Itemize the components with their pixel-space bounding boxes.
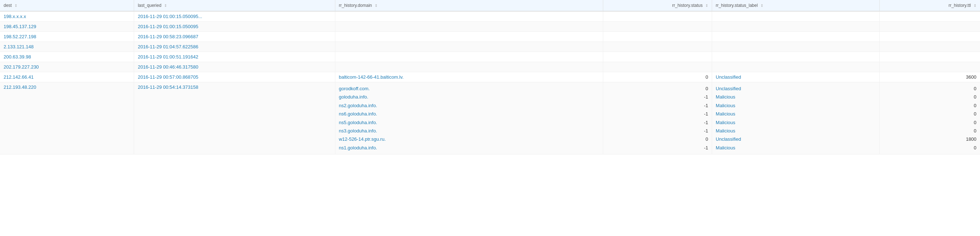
table-row: 200.63.39.98 2016-11-29 01:00:51.191642	[0, 52, 980, 62]
cell-status-label	[712, 22, 880, 32]
cell-domain	[335, 52, 603, 62]
cell-status	[603, 52, 712, 62]
status-entry: -1	[607, 144, 708, 152]
cell-ttl: 00000018000	[880, 82, 980, 155]
status-label-entry: Malicious	[716, 127, 876, 135]
cell-domain	[335, 42, 603, 52]
cell-dest[interactable]: 198.x.x.x.x	[0, 11, 134, 22]
cell-status-label: UnclassifiedMaliciousMaliciousMaliciousM…	[712, 82, 880, 155]
domain-entry: gorodkoff.com.	[339, 85, 599, 93]
cell-status-label	[712, 52, 880, 62]
table-row: 212.193.48.220 2016-11-29 00:54:14.37315…	[0, 82, 980, 155]
cell-status	[603, 11, 712, 22]
ttl-entry: 0	[883, 118, 977, 127]
cell-status	[603, 42, 712, 52]
cell-status-label: Unclassified	[712, 72, 880, 82]
status-label-entry: Malicious	[716, 110, 876, 118]
status-entry: -1	[607, 127, 708, 135]
cell-last-queried: 2016-11-29 00:58:23.096687	[134, 32, 335, 42]
cell-domain	[335, 32, 603, 42]
domain-entry: ns6.goloduha.info.	[339, 110, 599, 118]
cell-dest[interactable]: 2.133.121.148	[0, 42, 134, 52]
ttl-entry: 1800	[883, 135, 977, 143]
cell-ttl	[880, 32, 980, 42]
cell-last-queried: 2016-11-29 01:00:51.191642	[134, 52, 335, 62]
table-row: 198.x.x.x.x 2016-11-29 01:00:15.050095..…	[0, 11, 980, 22]
ttl-entry: 0	[883, 101, 977, 110]
ttl-entry: 0	[883, 110, 977, 118]
sort-arrow-dest: ⇕	[14, 3, 17, 8]
status-entry: 0	[607, 85, 708, 93]
table-row: 198.52.227.198 2016-11-29 00:58:23.09668…	[0, 32, 980, 42]
status-label-entry: Malicious	[716, 118, 876, 127]
cell-dest[interactable]: 198.52.227.198	[0, 32, 134, 42]
cell-ttl	[880, 22, 980, 32]
table-row: 2.133.121.148 2016-11-29 01:04:57.622586	[0, 42, 980, 52]
cell-status: 0-1-1-1-1-10-1	[603, 82, 712, 155]
cell-status	[603, 62, 712, 72]
table-row: 212.142.66.41 2016-11-29 00:57:00.868705…	[0, 72, 980, 82]
domain-entry: ns1.goloduha.info.	[339, 144, 599, 152]
cell-last-queried: 2016-11-29 00:57:00.868705	[134, 72, 335, 82]
cell-dest[interactable]: 212.193.48.220	[0, 82, 134, 155]
status-label-entry: Unclassified	[716, 135, 876, 143]
ttl-entry: 0	[883, 127, 977, 135]
ttl-entry: 0	[883, 93, 977, 101]
cell-status-label	[712, 42, 880, 52]
ttl-entry: 0	[883, 85, 977, 93]
cell-domain: balticom-142-66-41.balticom.lv.	[335, 72, 603, 82]
col-header-domain[interactable]: rr_history.domain ⇕	[335, 0, 603, 11]
main-table-container: dest ⇕ last_queried ⇕ rr_history.domain …	[0, 0, 980, 155]
cell-dest[interactable]: 202.179.227.230	[0, 62, 134, 72]
table-row: 202.179.227.230 2016-11-29 00:46:46.3175…	[0, 62, 980, 72]
cell-last-queried: 2016-11-29 01:04:57.622586	[134, 42, 335, 52]
cell-ttl	[880, 62, 980, 72]
col-header-dest[interactable]: dest ⇕	[0, 0, 134, 11]
sort-arrow-status: ⇕	[705, 3, 708, 8]
sort-arrow-ttl: ⇕	[974, 3, 977, 8]
cell-dest[interactable]: 198.45.137.129	[0, 22, 134, 32]
cell-status-label	[712, 32, 880, 42]
col-header-last-queried[interactable]: last_queried ⇕	[134, 0, 335, 11]
cell-last-queried: 2016-11-29 01:00:15.050095...	[134, 11, 335, 22]
cell-ttl	[880, 42, 980, 52]
cell-domain: gorodkoff.com.goloduha.info.ns2.goloduha…	[335, 82, 603, 155]
domain-entry: goloduha.info.	[339, 93, 599, 101]
status-label-entry: Malicious	[716, 93, 876, 101]
col-header-status-label[interactable]: rr_history.status_label ⇕	[712, 0, 880, 11]
cell-dest[interactable]: 200.63.39.98	[0, 52, 134, 62]
cell-dest[interactable]: 212.142.66.41	[0, 72, 134, 82]
cell-last-queried: 2016-11-29 00:54:14.373158	[134, 82, 335, 155]
status-label-entry: Unclassified	[716, 85, 876, 93]
col-header-status[interactable]: rr_history.status ⇕	[603, 0, 712, 11]
status-label-entry: Malicious	[716, 101, 876, 110]
domain-entry: ns5.goloduha.info.	[339, 118, 599, 127]
cell-ttl	[880, 52, 980, 62]
status-entry: -1	[607, 110, 708, 118]
status-entry: -1	[607, 118, 708, 127]
cell-status-label	[712, 62, 880, 72]
sort-arrow-last-queried: ⇕	[164, 3, 167, 8]
table-row: 198.45.137.129 2016-11-29 01:00:15.05009…	[0, 22, 980, 32]
cell-last-queried: 2016-11-29 00:46:46.317580	[134, 62, 335, 72]
cell-status: 0	[603, 72, 712, 82]
cell-last-queried: 2016-11-29 01:00:15.050095	[134, 22, 335, 32]
status-label-entry: Malicious	[716, 144, 876, 152]
col-header-ttl[interactable]: rr_history.ttl ⇕	[880, 0, 980, 11]
status-entry: -1	[607, 101, 708, 110]
cell-domain	[335, 62, 603, 72]
domain-entry: ns2.goloduha.info.	[339, 101, 599, 110]
domain-entry: ns3.goloduha.info.	[339, 127, 599, 135]
domain-entry: w12-526-14.ptr.sgu.ru.	[339, 135, 599, 143]
cell-domain	[335, 22, 603, 32]
ttl-entry: 0	[883, 144, 977, 152]
sort-arrow-status-label: ⇕	[760, 3, 763, 8]
cell-status-label	[712, 11, 880, 22]
status-entry: 0	[607, 135, 708, 143]
cell-ttl	[880, 11, 980, 22]
table-body: 198.x.x.x.x 2016-11-29 01:00:15.050095..…	[0, 11, 980, 155]
data-table: dest ⇕ last_queried ⇕ rr_history.domain …	[0, 0, 980, 155]
cell-status	[603, 22, 712, 32]
table-header-row: dest ⇕ last_queried ⇕ rr_history.domain …	[0, 0, 980, 11]
status-entry: -1	[607, 93, 708, 101]
